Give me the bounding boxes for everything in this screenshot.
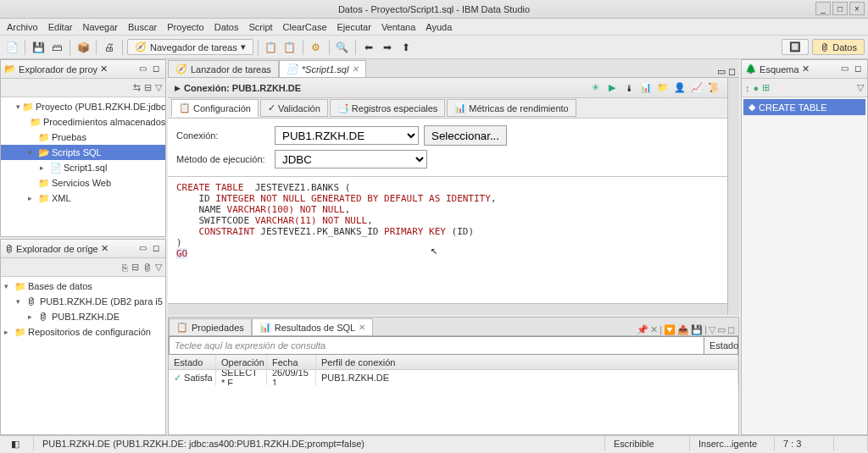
subtab-validation[interactable]: ✓Validación xyxy=(260,99,328,117)
deploy-icon[interactable]: 📦 xyxy=(75,39,92,56)
maximize-button[interactable]: □ xyxy=(832,2,848,15)
new-icon[interactable]: 📄 xyxy=(3,39,20,56)
minimize-editor-icon[interactable]: ▭ xyxy=(717,66,726,76)
close-tab-icon[interactable]: ✕ xyxy=(359,323,365,332)
tool-scroll-icon[interactable]: 📜 xyxy=(707,81,721,95)
schema-tool-3-icon[interactable]: ⊞ xyxy=(762,82,770,93)
nav-back-icon[interactable]: ⬅ xyxy=(360,39,377,56)
minimize-result-icon[interactable]: ▭ xyxy=(717,324,726,335)
search-icon[interactable]: 🔍 xyxy=(334,39,351,56)
tree-item[interactable]: ▾📂Scripts SQL xyxy=(1,145,165,160)
perspective-switch-button[interactable]: 🔲 xyxy=(782,39,809,55)
tree-item[interactable]: 📁Pruebas xyxy=(1,130,165,145)
maximize-editor-icon[interactable]: ◻ xyxy=(728,66,736,76)
subtab-registers[interactable]: 📑Registros especiales xyxy=(330,99,446,117)
nav-up-icon[interactable]: ⬆ xyxy=(398,39,415,56)
connection-select[interactable]: PUB1.RZKH.DE xyxy=(275,126,419,145)
tab-properties[interactable]: 📋Propiedades xyxy=(169,318,252,335)
sql-editor[interactable]: CREATE TABLE JESTEVEZ1.BANKS ( ID INTEGE… xyxy=(168,177,727,303)
maximize-result-icon[interactable]: ◻ xyxy=(727,324,735,335)
run-sql-icon[interactable]: ▶ xyxy=(605,81,619,95)
tool-thermometer-icon[interactable]: 🌡 xyxy=(622,81,636,95)
menu-editar[interactable]: Editar xyxy=(48,22,73,32)
connection-bar[interactable]: ▶ Conexión: PUB1.RZKH.DE ✳ ▶ 🌡 📊 📁 👤 📈 📜 xyxy=(168,78,727,98)
menu-ayuda[interactable]: Ayuda xyxy=(426,22,452,32)
save-all-icon[interactable]: 🗃 xyxy=(48,39,65,56)
minimize-button[interactable]: _ xyxy=(815,2,831,15)
menu-datos[interactable]: Datos xyxy=(214,22,239,32)
nav-fwd-icon[interactable]: ➡ xyxy=(379,39,396,56)
save-icon[interactable]: 💾 xyxy=(30,39,47,56)
minimize-view-icon[interactable]: ▭ xyxy=(136,64,148,75)
run-icon[interactable]: ⚙ xyxy=(308,39,325,56)
collapse-all-icon[interactable]: ⇆ xyxy=(133,82,141,93)
schema-tool-2-icon[interactable]: ● xyxy=(754,83,760,93)
tree-item[interactable]: ▾📁Proyecto (PUB1.RZKH.DE:jdbc: xyxy=(1,99,165,114)
save-result-icon[interactable]: 💾 xyxy=(691,324,703,335)
close-view-icon[interactable]: ✕ xyxy=(101,243,108,254)
ds-tool-icon-3[interactable]: 🛢 xyxy=(142,262,152,273)
schema-tool-1-icon[interactable]: ↕ xyxy=(745,83,750,93)
horizontal-scrollbar[interactable] xyxy=(168,303,727,315)
col-perfil[interactable]: Perfil de conexión xyxy=(316,355,738,369)
tree-item[interactable]: ▸📁Repositorios de configuración xyxy=(1,324,165,340)
tab-sql-results[interactable]: 📊Resultados de SQL✕ xyxy=(252,318,373,335)
filter-icon[interactable]: 🔽 xyxy=(664,324,676,335)
state-tab[interactable]: Estado xyxy=(704,336,738,355)
tree-item[interactable]: ▾📁Bases de datos xyxy=(1,279,165,294)
col-estado[interactable]: Estado xyxy=(169,355,216,369)
close-tab-icon[interactable]: ✕ xyxy=(352,64,359,74)
tool-stack-icon[interactable]: 📊 xyxy=(639,81,653,95)
tree-item[interactable]: 📁Servicios Web xyxy=(1,175,165,191)
results-table[interactable]: Estado Operación Fecha Perfil de conexió… xyxy=(169,355,738,434)
select-connection-button[interactable]: Seleccionar... xyxy=(424,125,507,146)
schema-create-table-item[interactable]: ◆CREATE TABLE xyxy=(743,99,865,115)
tree-item[interactable]: ▸📄Script1.sql xyxy=(1,160,165,175)
pin-icon[interactable]: 📌 xyxy=(637,324,648,335)
menu-navegar[interactable]: Navegar xyxy=(82,22,118,32)
project-tree[interactable]: ▾📁Proyecto (PUB1.RZKH.DE:jdbc:📁Procedimi… xyxy=(1,97,165,236)
tool-folder-icon[interactable]: 📁 xyxy=(656,81,670,95)
printer-icon[interactable]: 🖨 xyxy=(101,39,118,56)
result-menu-icon[interactable]: ▽ xyxy=(709,324,715,335)
close-view-icon[interactable]: ✕ xyxy=(100,64,108,75)
link-editor-icon[interactable]: ⊟ xyxy=(144,82,152,93)
menu-clearcase[interactable]: ClearCase xyxy=(283,22,327,32)
tree-item[interactable]: ▸🛢PUB1.RZKH.DE xyxy=(1,309,165,324)
close-button[interactable]: × xyxy=(849,2,865,15)
tool-icon-2[interactable]: 📋 xyxy=(281,39,298,56)
ds-menu-icon[interactable]: ▽ xyxy=(155,262,162,273)
vertical-scrollbar[interactable] xyxy=(727,78,739,315)
tree-item[interactable]: 📁Procedimientos almacenados xyxy=(1,114,165,130)
export-icon[interactable]: 📤 xyxy=(677,324,689,335)
close-view-icon[interactable]: ✕ xyxy=(802,64,810,75)
menu-ejecutar[interactable]: Ejecutar xyxy=(337,22,371,32)
tree-item[interactable]: ▾🛢PUB1.RZKH.DE (DB2 para i5 xyxy=(1,294,165,309)
tool-icon-1[interactable]: 📋 xyxy=(263,39,280,56)
exec-method-select[interactable]: JDBC xyxy=(275,150,427,168)
clear-icon[interactable]: ✕ xyxy=(650,324,658,335)
maximize-view-icon[interactable]: ◻ xyxy=(150,243,162,255)
col-operacion[interactable]: Operación xyxy=(216,355,267,369)
schema-menu-icon[interactable]: ▽ xyxy=(857,82,864,93)
task-navigator-button[interactable]: 🧭Navegador de tareas▾ xyxy=(127,39,253,55)
subtab-metrics[interactable]: 📊Métricas de rendimiento xyxy=(447,99,576,117)
menu-buscar[interactable]: Buscar xyxy=(128,22,157,32)
maximize-view-icon[interactable]: ◻ xyxy=(150,64,162,75)
minimize-view-icon[interactable]: ▭ xyxy=(838,64,850,75)
maximize-view-icon[interactable]: ◻ xyxy=(852,64,864,75)
view-menu-icon[interactable]: ▽ xyxy=(155,82,162,93)
menu-ventana[interactable]: Ventana xyxy=(381,22,415,32)
query-filter-input[interactable]: Teclee aquí la expresión de consulta xyxy=(169,336,704,355)
tool-chart-icon[interactable]: 📈 xyxy=(690,81,704,95)
ds-tool-icon-2[interactable]: ⊟ xyxy=(131,262,139,273)
tab-script1[interactable]: 📄*Script1.sql✕ xyxy=(279,60,367,77)
menu-archivo[interactable]: Archivo xyxy=(7,22,38,32)
tab-task-launcher[interactable]: 🧭Lanzador de tareas xyxy=(168,60,279,77)
ds-tool-icon-1[interactable]: ⎘ xyxy=(122,262,128,273)
tool-person-icon[interactable]: 👤 xyxy=(673,81,687,95)
datos-perspective-button[interactable]: 🛢Datos xyxy=(812,39,865,55)
expand-arrow-icon[interactable]: ▶ xyxy=(175,84,181,92)
minimize-view-icon[interactable]: ▭ xyxy=(136,243,148,255)
subtab-config[interactable]: 📋Configuración xyxy=(171,99,259,117)
